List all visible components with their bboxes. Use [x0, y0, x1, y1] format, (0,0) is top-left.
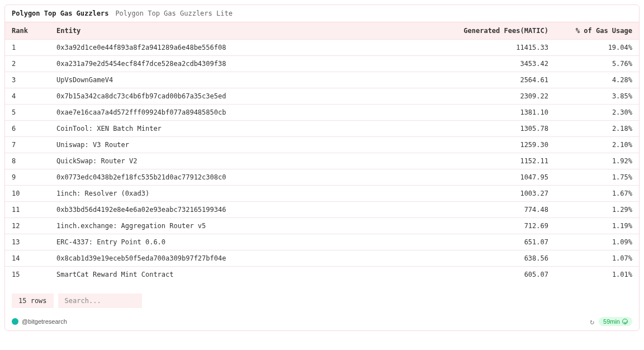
table-row[interactable]: 3UpVsDownGameV42564.614.28% [5, 72, 639, 88]
row-count-pill[interactable]: 15 rows [12, 294, 54, 308]
tab-active[interactable]: Polygon Top Gas Guzzlers [12, 10, 108, 17]
refresh-icon[interactable]: ↻ [590, 318, 594, 326]
col-header-entity[interactable]: Entity [50, 22, 443, 40]
cell-rank: 12 [5, 218, 50, 234]
table-row[interactable]: 50xae7e16caa7a4d572fff09924bf077a8948585… [5, 105, 639, 121]
cell-pct: 19.04% [555, 40, 639, 56]
table-header-row: Rank Entity Generated Fees(MATIC) % of G… [5, 22, 639, 40]
table-row[interactable]: 13ERC-4337: Entry Point 0.6.0651.071.09% [5, 234, 639, 250]
cell-pct: 1.07% [555, 250, 639, 267]
cell-entity: 0xa231a79e2d5454ecf84f7dce528ea2cdb4309f… [50, 56, 443, 72]
check-icon [622, 319, 628, 324]
cell-fees: 1381.10 [443, 105, 555, 121]
cell-rank: 14 [5, 250, 50, 267]
cell-rank: 13 [5, 234, 50, 250]
cell-pct: 2.30% [555, 105, 639, 121]
bottom-bar: @bitgetresearch ↻ 59min [5, 314, 639, 330]
logo-icon [12, 318, 18, 325]
cell-rank: 7 [5, 137, 50, 153]
data-table: Rank Entity Generated Fees(MATIC) % of G… [5, 22, 639, 282]
cell-entity: 0x3a92d1ce0e44f893a8f2a941289a6e48be556f… [50, 40, 443, 56]
cell-entity: 0x0773edc0438b2ef18fc535b21d0ac77912c308… [50, 169, 443, 186]
cell-pct: 1.75% [555, 169, 639, 186]
cell-rank: 1 [5, 40, 50, 56]
cell-pct: 3.85% [555, 88, 639, 105]
cell-entity: 1inch.exchange: Aggregation Router v5 [50, 218, 443, 234]
table-row[interactable]: 8QuickSwap: Router V21152.111.92% [5, 153, 639, 169]
cell-rank: 4 [5, 88, 50, 105]
cell-fees: 1259.30 [443, 137, 555, 153]
cell-entity: 0x8cab1d39e19eceb50f5eda700a309b97f27bf0… [50, 250, 443, 267]
search-input[interactable]: Search... [58, 294, 142, 308]
table-row[interactable]: 101inch: Resolver (0xad3)1003.271.67% [5, 186, 639, 202]
cell-fees: 651.07 [443, 234, 555, 250]
cell-entity: 0xb33bd56d4192e8e4e6a02e93eabc7321651993… [50, 202, 443, 218]
cell-pct: 2.10% [555, 137, 639, 153]
cell-fees: 605.07 [443, 267, 555, 283]
table-row[interactable]: 121inch.exchange: Aggregation Router v57… [5, 218, 639, 234]
cell-entity: 0x7b15a342ca8dc73c4b6fb97cad00b67a35c3e5… [50, 88, 443, 105]
cell-entity: UpVsDownGameV4 [50, 72, 443, 88]
table-wrapper: Rank Entity Generated Fees(MATIC) % of G… [5, 22, 639, 282]
cell-rank: 9 [5, 169, 50, 186]
table-row[interactable]: 20xa231a79e2d5454ecf84f7dce528ea2cdb4309… [5, 56, 639, 72]
table-row[interactable]: 6CoinTool: XEN Batch Minter1305.782.18% [5, 121, 639, 137]
cell-pct: 1.09% [555, 234, 639, 250]
tab-inactive[interactable]: Polygon Top Gas Guzzlers Lite [115, 10, 233, 17]
cell-fees: 638.56 [443, 250, 555, 267]
panel: Polygon Top Gas Guzzlers Polygon Top Gas… [4, 4, 640, 331]
cell-pct: 4.28% [555, 72, 639, 88]
cell-pct: 1.01% [555, 267, 639, 283]
cell-pct: 5.76% [555, 56, 639, 72]
cell-pct: 1.29% [555, 202, 639, 218]
cell-fees: 1003.27 [443, 186, 555, 202]
cell-entity: SmartCat Reward Mint Contract [50, 267, 443, 283]
cell-pct: 2.18% [555, 121, 639, 137]
col-header-pct[interactable]: % of Gas Usage [555, 22, 639, 40]
cell-rank: 5 [5, 105, 50, 121]
cell-pct: 1.19% [555, 218, 639, 234]
cell-rank: 11 [5, 202, 50, 218]
cell-entity: ERC-4337: Entry Point 0.6.0 [50, 234, 443, 250]
table-row[interactable]: 40x7b15a342ca8dc73c4b6fb97cad00b67a35c3e… [5, 88, 639, 105]
cell-fees: 712.69 [443, 218, 555, 234]
cell-fees: 3453.42 [443, 56, 555, 72]
right-status: ↻ 59min [590, 317, 632, 326]
table-row[interactable]: 140x8cab1d39e19eceb50f5eda700a309b97f27b… [5, 250, 639, 267]
cell-entity: Uniswap: V3 Router [50, 137, 443, 153]
cell-rank: 10 [5, 186, 50, 202]
cell-fees: 2309.22 [443, 88, 555, 105]
col-header-rank[interactable]: Rank [5, 22, 50, 40]
table-row[interactable]: 90x0773edc0438b2ef18fc535b21d0ac77912c30… [5, 169, 639, 186]
table-row[interactable]: 110xb33bd56d4192e8e4e6a02e93eabc73216519… [5, 202, 639, 218]
cell-rank: 8 [5, 153, 50, 169]
cell-fees: 1047.95 [443, 169, 555, 186]
cell-rank: 6 [5, 121, 50, 137]
attribution-handle: @bitgetresearch [22, 318, 67, 325]
table-row[interactable]: 10x3a92d1ce0e44f893a8f2a941289a6e48be556… [5, 40, 639, 56]
cell-rank: 2 [5, 56, 50, 72]
cell-fees: 11415.33 [443, 40, 555, 56]
time-text: 59min [603, 318, 620, 325]
cell-fees: 1305.78 [443, 121, 555, 137]
cell-rank: 3 [5, 72, 50, 88]
cell-pct: 1.67% [555, 186, 639, 202]
cell-pct: 1.92% [555, 153, 639, 169]
table-row[interactable]: 15SmartCat Reward Mint Contract605.071.0… [5, 267, 639, 283]
footer-controls: 15 rows Search... [5, 282, 639, 314]
cell-entity: CoinTool: XEN Batch Minter [50, 121, 443, 137]
col-header-fees[interactable]: Generated Fees(MATIC) [443, 22, 555, 40]
cell-fees: 1152.11 [443, 153, 555, 169]
cell-entity: QuickSwap: Router V2 [50, 153, 443, 169]
cell-entity: 0xae7e16caa7a4d572fff09924bf077a89485850… [50, 105, 443, 121]
cell-entity: 1inch: Resolver (0xad3) [50, 186, 443, 202]
attribution[interactable]: @bitgetresearch [12, 318, 67, 325]
tabs-bar: Polygon Top Gas Guzzlers Polygon Top Gas… [5, 5, 639, 22]
cell-fees: 2564.61 [443, 72, 555, 88]
table-row[interactable]: 7Uniswap: V3 Router1259.302.10% [5, 137, 639, 153]
time-badge[interactable]: 59min [599, 317, 632, 326]
cell-fees: 774.48 [443, 202, 555, 218]
cell-rank: 15 [5, 267, 50, 283]
